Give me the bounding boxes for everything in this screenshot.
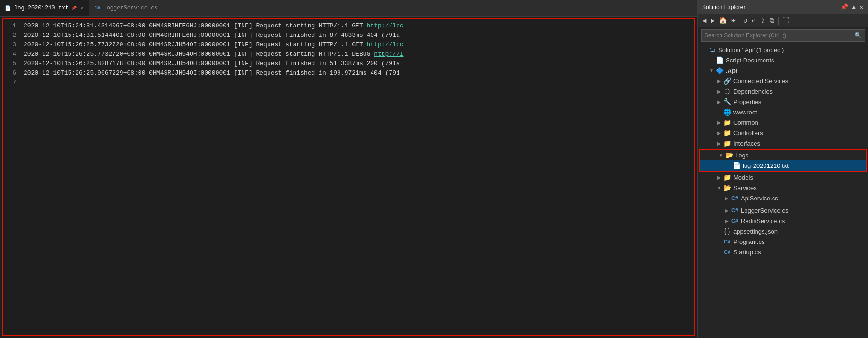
- tree-item-script-documents[interactable]: 📄 Script Documents: [698, 55, 868, 65]
- se-search-input[interactable]: [704, 32, 854, 39]
- log-link-3[interactable]: http://loc: [367, 41, 404, 48]
- log-text-1: 2020-12-10T15:24:31.4314067+08:00 0HM4SR…: [24, 21, 404, 31]
- interfaces-folder-icon: 📁: [723, 139, 731, 147]
- project-icon: 🔷: [715, 67, 724, 74]
- tree-item-api-project[interactable]: ▼ 🔷 .Api: [698, 65, 868, 76]
- common-label: Common: [733, 119, 758, 126]
- chevron-connected: ▶: [715, 78, 723, 84]
- log-link-1[interactable]: http://loc: [367, 22, 404, 29]
- tab-close-icon[interactable]: ✕: [79, 4, 84, 12]
- models-folder-icon: 📁: [723, 173, 731, 181]
- tab-pin-icon[interactable]: 📌: [71, 6, 77, 11]
- se-maximize-icon[interactable]: ▲: [851, 3, 857, 12]
- tree-item-common[interactable]: ▶ 📁 Common: [698, 117, 868, 128]
- dependencies-label: Dependencies: [733, 88, 773, 95]
- chevron-models: ▶: [715, 175, 723, 180]
- tree-item-redis-service[interactable]: ▶ C# RedisService.cs: [698, 216, 868, 226]
- tree-item-dependencies[interactable]: ▶ ⬡ Dependencies: [698, 86, 868, 96]
- tree-item-api-service[interactable]: ▶ C# ApiService.cs: [698, 193, 868, 203]
- tree-item-services[interactable]: ▼ 📂 Services: [698, 182, 868, 193]
- services-label: Services: [733, 184, 757, 191]
- se-back-button[interactable]: ◀: [701, 16, 708, 26]
- log-file-label: log-20201210.txt: [743, 162, 789, 169]
- tree-item-appsettings[interactable]: { } appsettings.json: [698, 226, 868, 236]
- properties-icon: 🔧: [723, 98, 731, 105]
- se-toolbar: ◀ ▶ 🏠 ⊞ ↺ ↩ ⤸ ⧉ ⛶: [698, 14, 868, 27]
- startup-cs-icon: C#: [723, 249, 731, 255]
- properties-label: Properties: [733, 98, 761, 105]
- chevron-deps: ▶: [715, 89, 723, 94]
- appsettings-label: appsettings.json: [733, 228, 778, 235]
- se-title: Solution Explorer: [702, 4, 745, 10]
- se-undo-button[interactable]: ⤸: [758, 16, 767, 26]
- line-number-4: 4: [5, 50, 16, 59]
- tab-log-file[interactable]: 📄 log-20201210.txt 📌 ✕: [0, 0, 89, 16]
- tab-txt-icon: 📄: [5, 5, 11, 11]
- line-number-5: 5: [5, 59, 16, 69]
- se-copy-button[interactable]: ⧉: [768, 16, 776, 26]
- startup-label: Startup.cs: [733, 249, 761, 256]
- se-home-button[interactable]: 🏠: [718, 16, 729, 26]
- solution-icon: 🗂: [708, 46, 716, 53]
- chevron-redisservice: ▶: [723, 218, 730, 224]
- connected-services-label: Connected Services: [733, 78, 788, 85]
- tree-item-interfaces[interactable]: ▶ 📁 Interfaces: [698, 138, 868, 148]
- controllers-folder-icon: 📁: [723, 129, 731, 137]
- tree-item-connected-services[interactable]: ▶ 🔗 Connected Services: [698, 76, 868, 86]
- tree-item-wwwroot[interactable]: 🌐 wwwroot: [698, 107, 868, 117]
- tree-item-program[interactable]: C# Program.cs: [698, 236, 868, 247]
- log-text-3: 2020-12-10T15:26:25.7732720+08:00 0HM4SR…: [24, 40, 404, 50]
- common-folder-icon: 📁: [723, 119, 731, 126]
- se-search-icon: 🔍: [854, 32, 862, 39]
- chevron-apiservice: ▶: [723, 196, 730, 201]
- se-tree: 🗂 Solution ' Api' (1 project) 📄 Script D…: [698, 43, 868, 338]
- tree-item-solution[interactable]: 🗂 Solution ' Api' (1 project): [698, 44, 868, 55]
- chevron-logs: ▼: [717, 153, 725, 158]
- dependencies-icon: ⬡: [723, 87, 731, 95]
- tab-log-label: log-20201210.txt: [14, 5, 69, 11]
- api-service-cs-icon: C#: [730, 195, 739, 201]
- tree-item-startup[interactable]: C# Startup.cs: [698, 247, 868, 257]
- log-line-5: 5 2020-12-10T15:26:25.8287178+08:00 0HM4…: [3, 59, 694, 69]
- tree-item-log-file[interactable]: 📄 log-20201210.txt: [700, 160, 866, 171]
- tab-bar: 📄 log-20201210.txt 📌 ✕ C# LoggerService.…: [0, 0, 697, 17]
- se-forward-button[interactable]: ▶: [709, 16, 716, 26]
- redis-service-cs-icon: C#: [730, 218, 739, 224]
- se-sync-button[interactable]: ↺: [742, 16, 748, 26]
- se-toolbar-toggle-button[interactable]: ⊞: [730, 16, 737, 26]
- chevron-props: ▶: [715, 99, 723, 104]
- tree-item-properties[interactable]: ▶ 🔧 Properties: [698, 96, 868, 107]
- wwwroot-icon: 🌐: [723, 108, 731, 116]
- log-file-icon: 📄: [732, 162, 741, 169]
- se-refresh-button[interactable]: ↩: [750, 16, 757, 26]
- se-expand-button[interactable]: ⛶: [781, 16, 790, 26]
- controllers-label: Controllers: [733, 130, 763, 137]
- connected-services-icon: 🔗: [723, 77, 731, 85]
- log-link-4[interactable]: http://l: [374, 51, 403, 58]
- se-search-bar[interactable]: 🔍: [701, 29, 865, 42]
- chevron-loggerservice: ▶: [723, 208, 730, 213]
- services-folder-icon: 📂: [723, 184, 731, 191]
- se-divider-1: [739, 17, 739, 25]
- chevron-ctrl: ▶: [715, 130, 723, 136]
- tree-item-controllers[interactable]: ▶ 📁 Controllers: [698, 128, 868, 138]
- se-pin-icon[interactable]: 📌: [840, 2, 849, 12]
- se-divider-2: [778, 17, 779, 25]
- se-close-icon[interactable]: ✕: [859, 2, 864, 12]
- api-project-label: .Api: [726, 67, 738, 74]
- program-cs-icon: C#: [723, 239, 731, 244]
- tab-logger-label: LoggerService.cs: [103, 5, 157, 11]
- se-header-icons: 📌 ▲ ✕: [840, 2, 864, 12]
- tree-item-logs[interactable]: ▼ 📂 Logs: [700, 150, 866, 160]
- script-icon: 📄: [715, 56, 724, 64]
- se-header: Solution Explorer 📌 ▲ ✕: [698, 0, 868, 14]
- tree-item-logger-service[interactable]: ▶ C# LoggerService.cs: [698, 205, 868, 216]
- script-label: Script Documents: [726, 57, 774, 64]
- chevron-iface: ▶: [715, 141, 723, 146]
- tab-logger-service[interactable]: C# LoggerService.cs: [89, 0, 163, 16]
- tree-item-models[interactable]: ▶ 📁 Models: [698, 172, 868, 182]
- editor-panel: 📄 log-20201210.txt 📌 ✕ C# LoggerService.…: [0, 0, 698, 338]
- tab-cs-icon: C#: [94, 5, 100, 11]
- line-number-7: 7: [5, 78, 16, 87]
- log-line-3: 3 2020-12-10T15:26:25.7732720+08:00 0HM4…: [3, 40, 694, 50]
